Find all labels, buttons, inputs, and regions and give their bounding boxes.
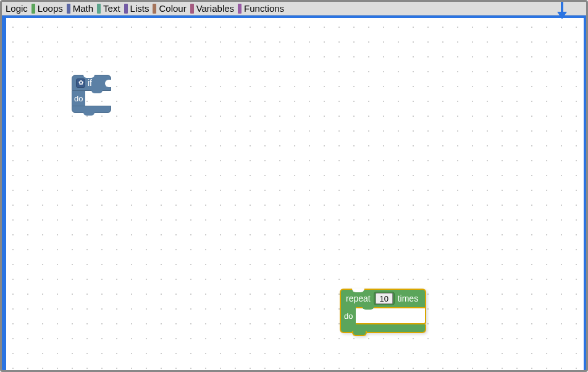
category-label: Logic [6, 3, 28, 14]
do-label: do [344, 311, 353, 321]
category-logic[interactable]: Logic [6, 3, 28, 14]
repeat-label: repeat [346, 294, 371, 303]
statement-notch [362, 306, 374, 310]
times-label: times [398, 294, 418, 303]
category-functions[interactable]: Functions [238, 3, 284, 14]
repeat-count-slot: 10 [374, 292, 395, 305]
category-label: Lists [130, 3, 149, 14]
repeat-block-header: repeat 10 times [340, 289, 426, 307]
category-swatch [97, 4, 101, 14]
category-swatch [238, 4, 242, 14]
repeat-count-input[interactable]: 10 [376, 293, 393, 304]
repeat-block-footer [340, 324, 426, 333]
toolbox-toolbar: Logic Loops Math Text Lists Colour Varia… [2, 2, 586, 15]
category-label: Colour [159, 3, 186, 14]
workspace-grid [6, 18, 584, 370]
category-loops[interactable]: Loops [32, 3, 63, 14]
repeat-block[interactable]: repeat 10 times do [340, 289, 432, 333]
category-label: Variables [196, 3, 234, 14]
repeat-do-row: do [340, 307, 356, 324]
category-swatch [32, 4, 35, 14]
category-lists[interactable]: Lists [124, 3, 149, 14]
category-colour[interactable]: Colour [153, 3, 186, 14]
category-swatch [67, 4, 70, 14]
blockly-app: Logic Loops Math Text Lists Colour Varia… [0, 0, 588, 372]
gear-icon[interactable]: ✿ [76, 78, 85, 88]
if-do-row: do [72, 91, 85, 106]
category-variables[interactable]: Variables [190, 3, 234, 14]
category-math[interactable]: Math [67, 3, 93, 14]
category-label: Math [73, 3, 93, 14]
if-block[interactable]: ✿ if do [72, 75, 117, 114]
if-label: if [88, 78, 92, 88]
workspace[interactable]: ✿ if do repeat 10 times do [6, 18, 584, 370]
if-block-header: ✿ if [72, 75, 111, 91]
statement-notch [91, 90, 103, 93]
category-swatch [153, 4, 156, 14]
category-label: Functions [244, 3, 284, 14]
repeat-statement-area[interactable] [356, 307, 426, 324]
if-block-footer [72, 106, 111, 113]
category-swatch [190, 4, 194, 14]
category-label: Text [103, 3, 120, 14]
do-label: do [74, 94, 83, 103]
category-swatch [124, 4, 128, 14]
category-label: Loops [38, 3, 63, 14]
category-text[interactable]: Text [97, 3, 120, 14]
